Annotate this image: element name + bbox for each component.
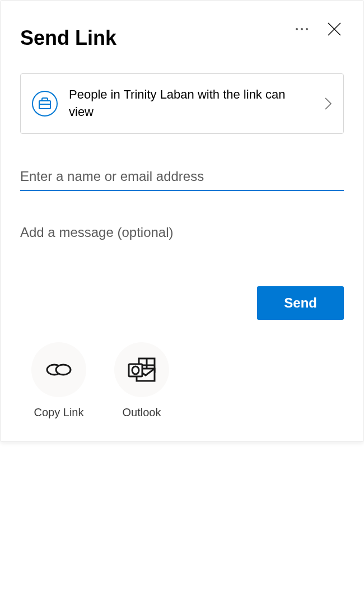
copy-link-label: Copy Link xyxy=(34,406,84,419)
briefcase-icon xyxy=(32,91,58,117)
link-icon xyxy=(31,342,86,397)
close-icon xyxy=(327,22,342,36)
outlook-label: Outlook xyxy=(123,406,161,419)
send-row: Send xyxy=(20,286,344,320)
link-settings-text: People in Trinity Laban with the link ca… xyxy=(69,86,313,121)
copy-link-button[interactable]: Copy Link xyxy=(31,342,86,419)
send-link-dialog: Send Link People in Tr xyxy=(0,0,364,442)
dialog-title: Send Link xyxy=(20,26,116,50)
close-button[interactable] xyxy=(325,20,344,39)
chevron-right-icon xyxy=(324,97,332,110)
message-input[interactable] xyxy=(20,219,344,246)
header-actions xyxy=(292,20,344,39)
ellipsis-icon xyxy=(296,28,298,30)
outlook-icon xyxy=(114,342,169,397)
recipients-input[interactable] xyxy=(20,163,344,191)
share-options: Copy Link Outlook xyxy=(31,342,344,419)
link-settings-button[interactable]: People in Trinity Laban with the link ca… xyxy=(20,73,344,134)
outlook-button[interactable]: Outlook xyxy=(114,342,169,419)
dialog-header: Send Link xyxy=(20,16,344,50)
more-options-button[interactable] xyxy=(292,25,311,34)
svg-point-6 xyxy=(56,365,71,375)
send-button[interactable]: Send xyxy=(257,286,344,320)
